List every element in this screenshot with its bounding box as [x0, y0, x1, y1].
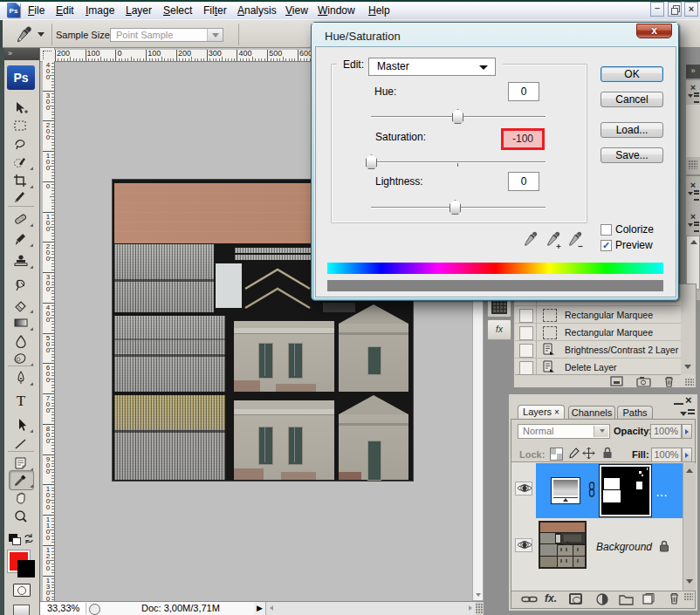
svg-text:T: T [17, 393, 26, 408]
